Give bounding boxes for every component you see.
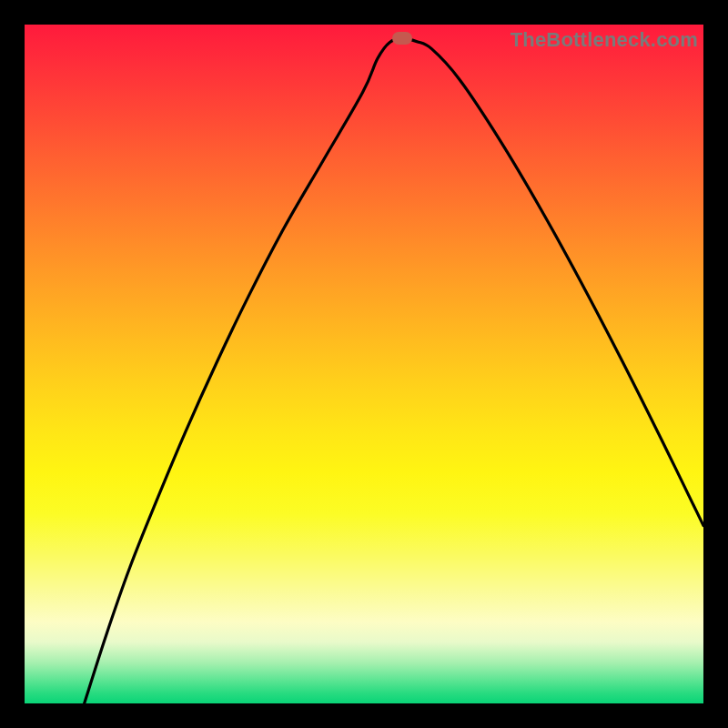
plot-area: TheBottleneck.com — [25, 25, 703, 703]
chart-frame: TheBottleneck.com — [0, 0, 728, 728]
optimal-point-marker — [392, 32, 412, 45]
bottleneck-curve — [25, 25, 703, 703]
